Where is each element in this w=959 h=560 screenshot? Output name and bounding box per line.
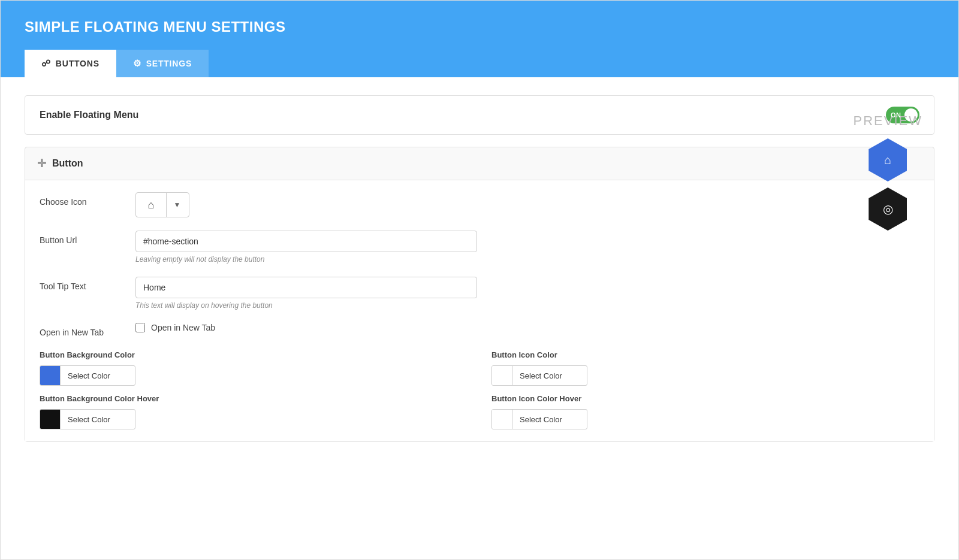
enable-floating-menu-row: Enable Floating Menu ON <box>25 95 934 135</box>
icon-hover-label: Button Icon Color Hover <box>491 394 919 403</box>
preview-home-icon: ⌂ <box>884 153 891 167</box>
form-body: Choose Icon ⌂ ▼ Button Url Leaving empty… <box>25 180 934 441</box>
color-pair-row-1: Button Background Color Select Color But… <box>40 350 919 386</box>
icon-select-dropdown[interactable]: ⌂ ▼ <box>135 192 189 217</box>
move-icon[interactable]: ✛ <box>37 157 46 170</box>
preview-target-button[interactable]: ◎ <box>868 187 907 231</box>
bg-hover-select-button[interactable]: Select Color <box>40 409 135 429</box>
preview-area: PREVIEW ⌂ ◎ <box>854 113 922 231</box>
open-new-tab-checkbox-label: Open in New Tab <box>151 323 215 332</box>
open-new-tab-label: Open in New Tab <box>40 323 135 337</box>
icon-color-label: Button Icon Color <box>491 350 919 359</box>
tooltip-hint: This text will display on hovering the b… <box>135 301 919 310</box>
button-url-input[interactable] <box>135 231 477 252</box>
chevron-down-icon: ▼ <box>166 193 188 217</box>
bg-hover-group: Button Background Color Hover Select Col… <box>40 394 468 429</box>
preview-home-button[interactable]: ⌂ <box>868 138 907 181</box>
bg-color-swatch <box>40 366 61 385</box>
choose-icon-row: Choose Icon ⌂ ▼ <box>40 192 919 217</box>
color-pairs: Button Background Color Select Color But… <box>40 350 919 429</box>
open-new-tab-row: Open in New Tab Open in New Tab <box>40 323 919 337</box>
tooltip-row: Tool Tip Text This text will display on … <box>40 277 919 310</box>
open-new-tab-control: Open in New Tab <box>135 323 919 332</box>
preview-target-icon: ◎ <box>883 202 893 216</box>
button-card-header: ✛ Button <box>25 147 934 180</box>
tooltip-input[interactable] <box>135 277 477 298</box>
bg-color-select-button[interactable]: Select Color <box>40 365 135 386</box>
preview-label: PREVIEW <box>854 113 922 129</box>
bg-hover-btn-label: Select Color <box>61 415 117 424</box>
buttons-icon: ☍ <box>41 58 51 69</box>
tab-buttons[interactable]: ☍ BUTTONS <box>25 50 116 77</box>
icon-hover-select-button[interactable]: Select Color <box>491 409 587 429</box>
icon-hover-btn-label: Select Color <box>512 415 569 424</box>
bg-color-btn-label: Select Color <box>61 371 117 380</box>
home-icon: ⌂ <box>136 199 166 211</box>
button-url-label: Button Url <box>40 231 135 245</box>
bg-color-label: Button Background Color <box>40 350 468 359</box>
open-new-tab-checkbox[interactable] <box>135 323 145 332</box>
button-card: ✛ Button Choose Icon ⌂ ▼ Button Ur <box>25 147 934 442</box>
bg-hover-label: Button Background Color Hover <box>40 394 468 403</box>
bg-hover-swatch <box>40 410 61 429</box>
gear-icon: ⚙ <box>133 58 141 69</box>
icon-hover-swatch <box>492 410 512 429</box>
bg-color-group: Button Background Color Select Color <box>40 350 468 386</box>
icon-color-btn-label: Select Color <box>512 371 569 380</box>
icon-hover-group: Button Icon Color Hover Select Color <box>491 394 919 429</box>
icon-color-swatch <box>492 366 512 385</box>
tooltip-label: Tool Tip Text <box>40 277 135 291</box>
color-pair-row-2: Button Background Color Hover Select Col… <box>40 394 919 429</box>
choose-icon-control: ⌂ ▼ <box>135 192 919 217</box>
tooltip-control: This text will display on hovering the b… <box>135 277 919 310</box>
choose-icon-label: Choose Icon <box>40 192 135 207</box>
icon-color-group: Button Icon Color Select Color <box>491 350 919 386</box>
tab-settings[interactable]: ⚙ SETTINGS <box>116 50 209 77</box>
main-content: Enable Floating Menu ON ✛ Button Choose <box>1 77 958 472</box>
tab-bar: ☍ BUTTONS ⚙ SETTINGS <box>25 50 934 77</box>
enable-floating-menu-label: Enable Floating Menu <box>40 110 138 120</box>
header: SIMPLE FLOATING MENU SETTINGS ☍ BUTTONS … <box>1 1 958 77</box>
button-url-hint: Leaving empty will not display the butto… <box>135 255 919 264</box>
icon-color-select-button[interactable]: Select Color <box>491 365 587 386</box>
page-title: SIMPLE FLOATING MENU SETTINGS <box>25 19 934 35</box>
button-url-row: Button Url Leaving empty will not displa… <box>40 231 919 264</box>
button-url-control: Leaving empty will not display the butto… <box>135 231 919 264</box>
button-section-title: Button <box>52 158 83 169</box>
